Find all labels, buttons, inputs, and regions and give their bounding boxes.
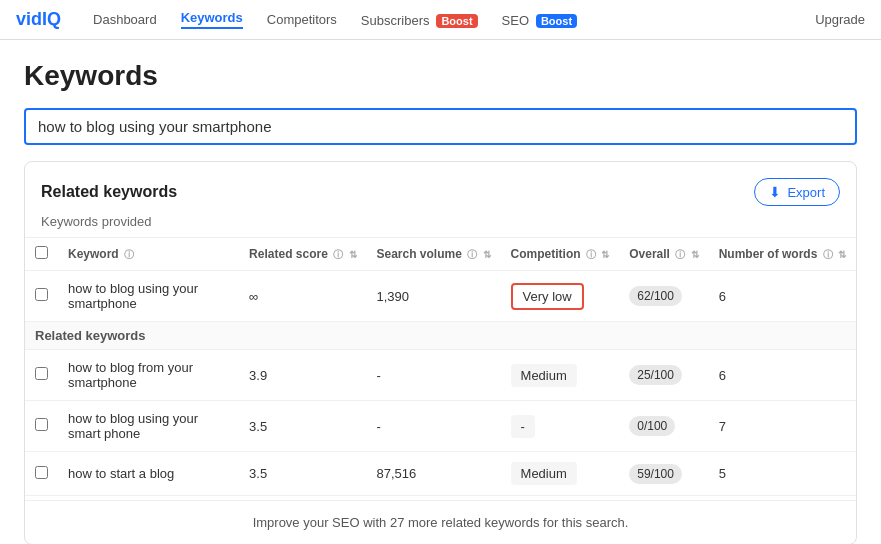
related-score-info-icon: ⓘ [333,249,343,260]
keyword-info-icon: ⓘ [124,249,134,260]
row1-overall: 25/100 [619,350,708,401]
main-row-search-volume: 1,390 [367,271,501,322]
navbar: vidIQ Dashboard Keywords Competitors Sub… [0,0,881,40]
col-competition: Competition ⓘ ⇅ [501,238,620,271]
card-footer: Improve your SEO with 27 more related ke… [25,500,856,544]
row3-checkbox[interactable] [35,466,48,479]
row1-checkbox-cell [25,350,58,401]
related-section-label: Related keywords [25,322,856,350]
search-volume-info-icon: ⓘ [467,249,477,260]
select-all-checkbox[interactable] [35,246,48,259]
card-title: Related keywords [41,183,177,201]
table-row: how to blog using your smartphone ∞ 1,39… [25,271,856,322]
logo-vid: vid [16,9,42,29]
keywords-table: Keyword ⓘ Related score ⓘ ⇅ Search volum… [25,237,856,496]
nav-links: Dashboard Keywords Competitors Subscribe… [93,10,865,29]
main-row-num-words: 6 [709,271,856,322]
download-icon: ⬇ [769,184,781,200]
seo-badge: Boost [536,14,577,28]
search-input[interactable] [24,108,857,145]
row3-keyword: how to start a blog [58,452,239,496]
table-row: how to start a blog 3.5 87,516 Medium 59… [25,452,856,496]
table-header-row: Keyword ⓘ Related score ⓘ ⇅ Search volum… [25,238,856,271]
related-section-row: Related keywords [25,322,856,350]
col-overall: Overall ⓘ ⇅ [619,238,708,271]
competition-badge: Very low [511,283,584,310]
overall-sort-icon[interactable]: ⇅ [691,249,699,260]
row3-related-score: 3.5 [239,452,366,496]
export-button[interactable]: ⬇ Export [754,178,840,206]
num-words-info-icon: ⓘ [823,249,833,260]
page-content: Keywords Related keywords ⬇ Export Keywo… [0,40,881,544]
row3-search-volume: 87,516 [367,452,501,496]
nav-keywords[interactable]: Keywords [181,10,243,29]
row2-num-words: 7 [709,401,856,452]
nav-subscribers-link[interactable]: Subscribers [361,13,430,28]
logo: vidIQ [16,9,61,30]
row2-search-volume: - [367,401,501,452]
nav-seo: SEO Boost [502,12,578,28]
table-row: how to blog using your smart phone 3.5 -… [25,401,856,452]
competition-info-icon: ⓘ [586,249,596,260]
row1-competition: Medium [501,350,620,401]
col-keyword: Keyword ⓘ [58,238,239,271]
nav-upgrade[interactable]: Upgrade [815,12,865,27]
row2-keyword: how to blog using your smart phone [58,401,239,452]
main-row-overall: 62/100 [619,271,708,322]
nav-dashboard[interactable]: Dashboard [93,12,157,27]
row1-keyword: how to blog from your smartphone [58,350,239,401]
row3-num-words: 5 [709,452,856,496]
related-score-sort-icon[interactable]: ⇅ [349,249,357,260]
row3-checkbox-cell [25,452,58,496]
main-row-keyword: how to blog using your smartphone [58,271,239,322]
row3-competition: Medium [501,452,620,496]
competition-sort-icon[interactable]: ⇅ [601,249,609,260]
card-header: Related keywords ⬇ Export [25,178,856,214]
row2-related-score: 3.5 [239,401,366,452]
overall-info-icon: ⓘ [675,249,685,260]
main-row-competition: Very low [501,271,620,322]
main-row-checkbox-cell [25,271,58,322]
export-label: Export [787,185,825,200]
table-row: how to blog from your smartphone 3.9 - M… [25,350,856,401]
card-subtitle: Keywords provided [25,214,856,237]
row2-competition: - [501,401,620,452]
row1-checkbox[interactable] [35,367,48,380]
main-row-checkbox[interactable] [35,288,48,301]
logo-iq: IQ [42,9,61,29]
row2-checkbox-cell [25,401,58,452]
nav-subscribers: Subscribers Boost [361,12,478,28]
subscribers-badge: Boost [436,14,477,28]
col-search-volume: Search volume ⓘ ⇅ [367,238,501,271]
search-volume-sort-icon[interactable]: ⇅ [483,249,491,260]
row3-overall: 59/100 [619,452,708,496]
row1-num-words: 6 [709,350,856,401]
page-title: Keywords [24,60,857,92]
row2-overall: 0/100 [619,401,708,452]
main-row-related-score: ∞ [239,271,366,322]
row2-checkbox[interactable] [35,418,48,431]
num-words-sort-icon[interactable]: ⇅ [838,249,846,260]
col-related-score: Related score ⓘ ⇅ [239,238,366,271]
nav-competitors[interactable]: Competitors [267,12,337,27]
select-all-col [25,238,58,271]
row1-search-volume: - [367,350,501,401]
related-keywords-card: Related keywords ⬇ Export Keywords provi… [24,161,857,544]
row1-related-score: 3.9 [239,350,366,401]
nav-seo-link[interactable]: SEO [502,13,529,28]
col-num-words: Number of words ⓘ ⇅ [709,238,856,271]
